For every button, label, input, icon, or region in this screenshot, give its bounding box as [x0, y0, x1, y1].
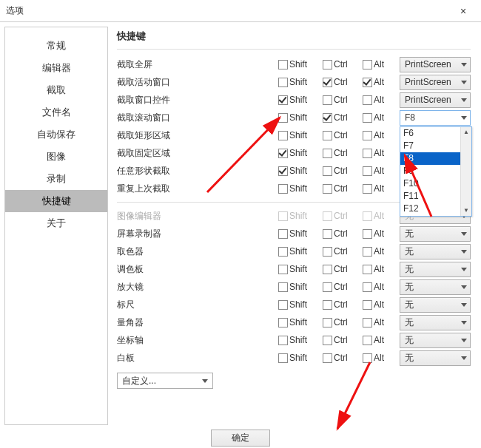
sidebar-item[interactable]: 录制 [5, 168, 107, 190]
shift-checkbox[interactable]: Shift [278, 246, 320, 257]
hotkey-label: 截取矩形区域 [117, 129, 202, 142]
alt-checkbox[interactable]: Alt [363, 228, 397, 239]
shift-checkbox[interactable]: Shift [278, 77, 320, 87]
chevron-down-icon [461, 356, 467, 360]
ctrl-checkbox[interactable]: Ctrl [323, 112, 360, 123]
checkbox-box [278, 318, 288, 327]
dropdown-option[interactable]: F6 [400, 127, 460, 140]
sidebar-item[interactable]: 常规 [5, 35, 107, 57]
key-select[interactable]: 无 [400, 279, 471, 295]
key-select[interactable]: 无 [400, 315, 471, 330]
sidebar-item[interactable]: 自动保存 [5, 123, 107, 146]
alt-checkbox[interactable]: Alt [363, 183, 397, 194]
checkbox-label: Alt [374, 317, 384, 327]
shift-checkbox[interactable]: Shift [278, 148, 320, 158]
checkbox-label: Shift [289, 130, 307, 140]
key-select[interactable]: 无 [400, 244, 471, 259]
shift-checkbox[interactable]: Shift [278, 299, 320, 310]
alt-checkbox[interactable]: Alt [363, 317, 397, 327]
shift-checkbox[interactable]: Shift [278, 353, 320, 363]
dropdown-option[interactable]: F11 [400, 190, 460, 203]
key-select[interactable]: 无 [400, 262, 471, 277]
dropdown-option[interactable]: F8 [400, 152, 460, 165]
checkbox-label: Ctrl [334, 264, 348, 274]
shift-checkbox[interactable]: Shift [278, 166, 320, 176]
close-button[interactable]: × [448, 1, 478, 21]
scroll-down-icon[interactable]: ▼ [461, 206, 471, 216]
ctrl-checkbox[interactable]: Ctrl [323, 166, 360, 176]
key-select[interactable]: 无 [400, 333, 471, 348]
checkbox-label: Ctrl [334, 130, 348, 140]
dropdown-option[interactable]: F12 [400, 203, 460, 215]
ctrl-checkbox[interactable]: Ctrl [323, 77, 360, 87]
sidebar-item[interactable]: 编辑器 [5, 57, 107, 79]
alt-checkbox[interactable]: Alt [363, 112, 397, 123]
ctrl-checkbox[interactable]: Ctrl [323, 148, 360, 158]
dropdown-option[interactable]: F9 [400, 165, 460, 177]
key-select[interactable]: PrintScreen [400, 57, 471, 72]
key-select[interactable]: PrintScreen [400, 92, 471, 108]
ctrl-checkbox[interactable]: Ctrl [323, 353, 360, 363]
shift-checkbox[interactable]: Shift [278, 228, 320, 239]
checkbox-box [278, 149, 288, 158]
alt-checkbox[interactable]: Alt [363, 130, 397, 140]
dropdown-option[interactable]: F7 [400, 140, 460, 152]
ctrl-checkbox[interactable]: Ctrl [323, 317, 360, 327]
sidebar-item[interactable]: 截取 [5, 79, 107, 101]
sidebar-item[interactable]: 关于 [5, 212, 107, 234]
ctrl-checkbox[interactable]: Ctrl [323, 282, 360, 292]
shift-checkbox[interactable]: Shift [278, 112, 320, 123]
ok-button[interactable]: 确定 [211, 430, 270, 447]
sidebar-item[interactable]: 文件名 [5, 101, 107, 123]
ctrl-checkbox[interactable]: Ctrl [323, 335, 360, 345]
ctrl-checkbox[interactable]: Ctrl [323, 228, 360, 239]
sidebar-item[interactable]: 图像 [5, 146, 107, 168]
ctrl-checkbox[interactable]: Ctrl [323, 130, 360, 140]
alt-checkbox[interactable]: Alt [363, 353, 397, 363]
checkbox-label: Shift [289, 166, 307, 176]
alt-checkbox[interactable]: Alt [363, 335, 397, 345]
dropdown-scrollbar[interactable]: ▲▼ [460, 127, 471, 216]
custom-select[interactable]: 自定义... [117, 373, 213, 389]
key-select[interactable]: 无 [400, 297, 471, 313]
dropdown-option[interactable]: F10 [400, 177, 460, 190]
alt-checkbox[interactable]: Alt [363, 59, 397, 69]
alt-checkbox[interactable]: Alt [363, 282, 397, 292]
scroll-up-icon[interactable]: ▲ [461, 127, 471, 138]
checkbox-box [323, 247, 332, 257]
shift-checkbox[interactable]: Shift [278, 282, 320, 292]
ctrl-checkbox[interactable]: Ctrl [323, 95, 360, 105]
checkbox-box [278, 282, 288, 292]
alt-checkbox[interactable]: Alt [363, 264, 397, 274]
alt-checkbox[interactable]: Alt [363, 246, 397, 257]
alt-checkbox[interactable]: Alt [363, 77, 397, 87]
ctrl-checkbox[interactable]: Ctrl [323, 264, 360, 274]
sidebar-item[interactable]: 快捷键 [5, 190, 107, 212]
ctrl-checkbox[interactable]: Ctrl [323, 59, 360, 69]
key-select[interactable]: F8F6F7F8F9F10F11F12PrintScreen▲▼ [400, 110, 471, 126]
sidebar-item-label: 录制 [47, 173, 66, 184]
key-select-value: F8 [405, 112, 415, 123]
shift-checkbox[interactable]: Shift [278, 95, 320, 105]
checkbox-box [363, 131, 372, 140]
dropdown-option[interactable]: PrintScreen [400, 215, 460, 216]
hotkey-label: 标尺 [117, 299, 202, 311]
key-select[interactable]: 无 [400, 226, 471, 242]
alt-checkbox[interactable]: Alt [363, 95, 397, 105]
ctrl-checkbox[interactable]: Ctrl [323, 299, 360, 310]
shift-checkbox[interactable]: Shift [278, 264, 320, 274]
ctrl-checkbox[interactable]: Ctrl [323, 183, 360, 194]
shift-checkbox[interactable]: Shift [278, 59, 320, 69]
checkbox-label: Alt [374, 59, 384, 69]
shift-checkbox[interactable]: Shift [278, 183, 320, 194]
key-select[interactable]: 无 [400, 350, 471, 366]
alt-checkbox[interactable]: Alt [363, 299, 397, 310]
shift-checkbox[interactable]: Shift [278, 130, 320, 140]
checkbox-label: Shift [289, 77, 307, 87]
alt-checkbox[interactable]: Alt [363, 148, 397, 158]
key-select[interactable]: PrintScreen [400, 75, 471, 90]
shift-checkbox[interactable]: Shift [278, 335, 320, 345]
alt-checkbox[interactable]: Alt [363, 166, 397, 176]
ctrl-checkbox[interactable]: Ctrl [323, 246, 360, 257]
shift-checkbox[interactable]: Shift [278, 317, 320, 327]
